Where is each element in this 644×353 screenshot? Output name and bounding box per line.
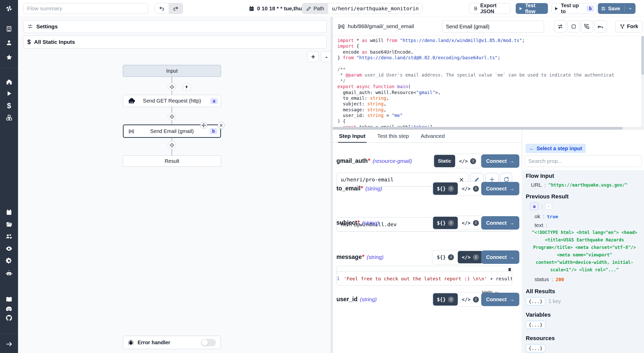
mode-static[interactable]: Static <box>434 155 455 167</box>
tab-test-this-step[interactable]: Test this step <box>377 130 409 142</box>
zoom-in-button[interactable]: + <box>307 52 319 62</box>
error-handler-toggle[interactable] <box>201 339 216 346</box>
search-prop-input[interactable] <box>524 155 642 167</box>
schedule-display[interactable]: 0 10 18 * * tue,thu <box>249 3 302 14</box>
message-expression[interactable]: 'Feel free to check out the latest repor… <box>344 275 512 281</box>
add-step-button[interactable] <box>168 141 176 149</box>
step-summary-input[interactable] <box>442 20 544 33</box>
info-icon[interactable]: i <box>473 186 479 192</box>
mode-javascript[interactable]: </>i <box>458 217 482 229</box>
flow-node-input[interactable]: Input <box>123 65 221 77</box>
connect-button-to-email[interactable]: Connect→ <box>481 182 519 195</box>
all-results-object-badge[interactable]: {...} <box>526 297 545 305</box>
tab-step-input[interactable]: Step Input <box>339 130 366 142</box>
connect-button-gmail-auth[interactable]: Connect→ <box>481 154 519 168</box>
book-docs-icon[interactable] <box>4 295 14 304</box>
play-runs-icon[interactable] <box>4 89 14 98</box>
mode-template[interactable]: ${}i <box>433 293 458 306</box>
delete-node-button[interactable] <box>218 122 225 129</box>
info-icon[interactable]: i <box>448 297 454 302</box>
collapse-sidebar-icon[interactable] <box>4 339 14 349</box>
prop-ok[interactable]: ok: true <box>535 213 640 220</box>
pencil-icon <box>306 6 311 11</box>
connect-button-user-id[interactable]: Connect→ <box>481 293 519 306</box>
fork-button[interactable]: Fork <box>615 20 642 32</box>
swap-button[interactable] <box>554 20 566 32</box>
flow-settings-bar[interactable]: Settings <box>23 20 327 33</box>
export-json-button[interactable]: Export JSON <box>469 3 510 14</box>
resources-object-badge[interactable]: {...} <box>526 344 545 352</box>
error-handler-bar[interactable]: Error handler <box>123 336 221 349</box>
prop-prev-result-a[interactable]: a : - <box>530 203 640 210</box>
home-icon[interactable] <box>4 77 14 86</box>
building-icon[interactable] <box>4 24 14 33</box>
path-control[interactable]: Path u/henri/earthquake_monitorin <box>302 3 422 14</box>
mode-javascript[interactable]: </>i <box>455 155 480 167</box>
mode-template[interactable]: ${}i <box>433 182 458 195</box>
flow-summary-input[interactable] <box>23 3 148 14</box>
message-code-editor[interactable]: 1 'Feel free to check out the latest rep… <box>336 271 512 285</box>
code-horizontal-scrollbar[interactable] <box>333 127 644 130</box>
github-icon[interactable] <box>4 313 14 323</box>
eye-audit-icon[interactable] <box>4 244 14 253</box>
variables-object-badge[interactable]: {...} <box>526 321 545 329</box>
prop-status[interactable]: status: 200 <box>535 276 640 282</box>
prop-url[interactable]: URL: "https://earthquake.usgs.gov/" <box>531 182 640 188</box>
info-icon[interactable]: i <box>448 254 454 260</box>
connect-button-subject[interactable]: Connect→ <box>481 216 519 230</box>
select-step-input-button[interactable]: ← Select a step input <box>526 144 586 153</box>
chevron-down-icon[interactable] <box>629 6 632 11</box>
flow-node-a[interactable]: HTTP Send GET Request (http) a <box>123 95 221 107</box>
redo-button[interactable] <box>169 3 183 14</box>
prop-text-key[interactable]: text: <box>535 222 640 228</box>
star-icon[interactable] <box>4 53 14 62</box>
hub-script-path[interactable]: hub/868/gmail/_send_email <box>348 23 414 29</box>
undo-button[interactable] <box>155 3 169 14</box>
cubes-resources-icon[interactable] <box>4 113 14 122</box>
mode-javascript[interactable]: </>i <box>458 251 482 263</box>
plus-icon <box>170 114 174 119</box>
tab-advanced[interactable]: Advanced <box>421 130 445 142</box>
prop-text-value[interactable]: "<!DOCTYPE html> <html lang="en"> <head>… <box>530 229 639 274</box>
info-icon[interactable]: i <box>448 186 454 192</box>
connect-button-message[interactable]: Connect→ <box>481 250 519 264</box>
path-button[interactable]: Path <box>302 3 328 14</box>
groups-icon[interactable] <box>4 232 14 241</box>
box-button[interactable] <box>567 20 580 32</box>
folder-icon[interactable] <box>4 220 14 229</box>
discord-icon[interactable] <box>4 304 14 313</box>
save-button[interactable]: Save <box>598 3 635 14</box>
sleep-button[interactable] <box>594 20 606 32</box>
suspend-button[interactable] <box>581 20 593 32</box>
add-step-button[interactable] <box>168 112 176 121</box>
collapse-badge[interactable]: - <box>545 203 552 210</box>
all-static-inputs-bar[interactable]: $ All Static Inputs <box>23 36 327 48</box>
info-icon[interactable]: i <box>470 158 476 164</box>
move-node-handle[interactable] <box>200 122 207 129</box>
mode-template[interactable]: ${}i <box>433 217 458 229</box>
mode-template[interactable]: ${}i <box>433 251 458 263</box>
user-icon[interactable] <box>4 38 14 47</box>
info-icon[interactable]: i <box>473 297 479 302</box>
bug-icon <box>128 339 134 346</box>
trigger-button[interactable] <box>183 83 191 91</box>
code-vertical-scrollbar[interactable] <box>641 36 644 127</box>
info-icon[interactable]: i <box>448 220 454 226</box>
info-icon[interactable]: i <box>473 220 479 226</box>
add-step-button[interactable] <box>168 83 176 91</box>
gear-settings-icon[interactable] <box>4 256 14 265</box>
path-value[interactable]: u/henri/earthquake_monitorin <box>328 3 422 14</box>
flow-node-result[interactable]: Result <box>123 155 221 167</box>
windmill-logo[interactable] <box>4 4 14 13</box>
mode-javascript[interactable]: </>i <box>458 293 482 306</box>
prev-result-badge-a[interactable]: a <box>530 203 539 210</box>
code-editor[interactable]: import * as wmill from "https://deno.lan… <box>333 36 644 127</box>
test-flow-button[interactable]: Test flow <box>516 3 548 14</box>
info-icon[interactable]: i <box>473 254 479 260</box>
calendar-schedules-icon[interactable] <box>4 208 14 217</box>
dollar-variables-icon[interactable]: $ <box>4 101 14 110</box>
panel-resize-handle[interactable] <box>331 17 333 353</box>
test-up-to-button[interactable]: Test up to b <box>551 3 597 14</box>
robot-workers-icon[interactable] <box>4 269 14 278</box>
mode-javascript[interactable]: </>i <box>458 182 482 195</box>
